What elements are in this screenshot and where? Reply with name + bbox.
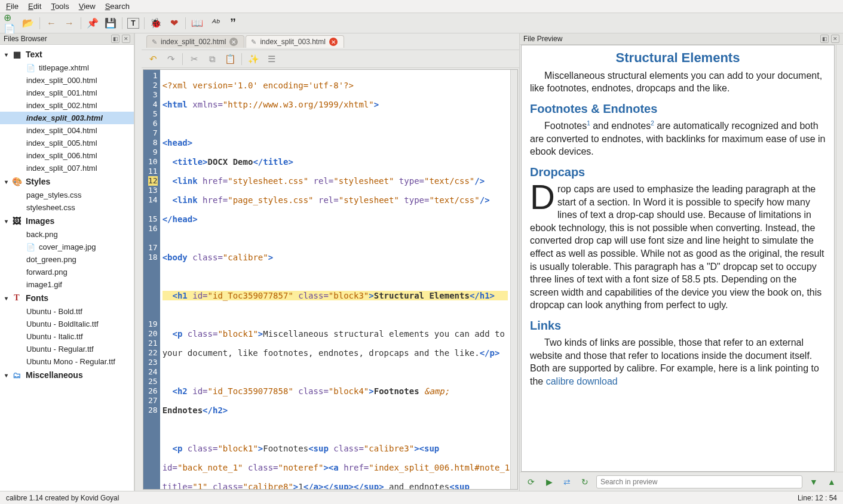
file-icon: 📄 [26, 243, 35, 251]
undo-icon[interactable]: ↶ [146, 53, 160, 66]
preview-h2: Dropcaps [530, 164, 826, 180]
category-misc[interactable]: ▾🗂Miscellaneous [0, 368, 134, 382]
files-browser-panel: Files Browser ◧ ✕ ▾▦Text 📄titlepage.xhtm… [0, 33, 134, 491]
sidebar-scrollbar[interactable] [134, 33, 142, 491]
file-item[interactable]: dot_green.png [0, 253, 134, 266]
statusbar: calibre 1.14 created by Kovid Goyal Line… [0, 491, 843, 504]
pin-icon[interactable]: 📌 [86, 17, 99, 30]
main-toolbar: ⊕📄 📂 ← → 📌 💾 T 🐞 ❤ 📖 ᴬᵇ ” [0, 13, 843, 33]
line-gutter: 1234567891011121314 1516 1718 1920212223… [143, 70, 160, 489]
new-file-icon[interactable]: ⊕📄 [4, 17, 17, 30]
copy-icon[interactable]: ⧉ [206, 53, 219, 66]
reload-icon[interactable]: ↻ [578, 475, 591, 488]
preview-toolbar: ⟳ ▶ ⇄ ↻ ▼ ▲ [520, 472, 843, 491]
panel-close-icon[interactable]: ✕ [122, 35, 130, 43]
heart-icon[interactable]: ❤ [167, 17, 180, 30]
panel-undock-icon[interactable]: ◧ [820, 35, 829, 43]
preview-content[interactable]: Structural Elements Miscellaneous struct… [521, 45, 835, 472]
file-item[interactable]: index_split_007.html [0, 162, 134, 174]
tab-close-icon[interactable]: ✕ [329, 38, 338, 46]
category-images[interactable]: ▾🖼Images [0, 214, 134, 228]
edit-icon: ✎ [152, 38, 157, 46]
editor-scrollbar[interactable] [510, 70, 517, 489]
code-editor[interactable]: 1234567891011121314 1516 1718 1920212223… [143, 69, 518, 490]
open-book-icon[interactable]: 📂 [22, 17, 35, 30]
menu-file[interactable]: File [6, 2, 19, 11]
category-styles[interactable]: ▾🎨Styles [0, 174, 134, 189]
save-icon[interactable]: 💾 [104, 17, 117, 30]
file-item[interactable]: index_split_002.html [0, 99, 134, 112]
file-item[interactable]: Ubuntu - Regular.ttf [0, 343, 134, 355]
preview-h2: Links [530, 318, 826, 334]
spellcheck-icon[interactable]: ᴬᵇ [209, 17, 222, 30]
refresh-icon[interactable]: ⟳ [525, 475, 538, 488]
file-item[interactable]: Ubuntu - Bold.ttf [0, 305, 134, 318]
file-tree[interactable]: ▾▦Text 📄titlepage.xhtml index_split_000.… [0, 45, 134, 491]
menu-view[interactable]: View [79, 2, 96, 11]
book-icon[interactable]: 📖 [191, 17, 204, 30]
status-right: Line: 12 : 54 [798, 494, 837, 502]
preview-paragraph: Drop caps are used to emphasize the lead… [530, 183, 826, 312]
forward-icon[interactable]: → [63, 17, 76, 30]
menu-tools[interactable]: Tools [51, 2, 69, 11]
preview-link[interactable]: calibre download [546, 376, 618, 386]
tab-inactive[interactable]: ✎ index_split_002.html ✕ [146, 35, 244, 48]
file-item[interactable]: stylesheet.css [0, 201, 134, 214]
panel-title-text: File Preview [523, 35, 562, 43]
separator [182, 53, 183, 65]
quote-icon[interactable]: ” [226, 17, 240, 30]
sync-icon[interactable]: ⇄ [560, 475, 574, 488]
smart-icon[interactable]: ✨ [247, 53, 260, 66]
file-item-selected[interactable]: index_split_003.html [0, 112, 134, 124]
dropcap: D [530, 183, 557, 211]
search-next-icon[interactable]: ▼ [807, 475, 820, 488]
toc-icon[interactable]: T [127, 18, 139, 29]
bug-icon[interactable]: 🐞 [149, 17, 163, 30]
search-prev-icon[interactable]: ▲ [825, 475, 838, 488]
file-item[interactable]: Ubuntu - BoldItalic.ttf [0, 318, 134, 330]
code-content[interactable]: <?xml version='1.0' encoding='utf-8'?> <… [160, 70, 510, 489]
play-icon[interactable]: ▶ [542, 475, 556, 488]
back-icon[interactable]: ← [45, 17, 58, 30]
file-item[interactable]: Ubuntu - Italic.ttf [0, 330, 134, 343]
category-fonts[interactable]: ▾TFonts [0, 291, 134, 305]
file-item[interactable]: 📄cover_image.jpg [0, 241, 134, 253]
file-item[interactable]: index_split_000.html [0, 74, 134, 87]
file-item[interactable]: back.png [0, 228, 134, 241]
panel-title-text: Files Browser [4, 35, 47, 43]
preview-panel: File Preview ◧ ✕ Structural Elements Mis… [519, 33, 843, 491]
preview-h1: Structural Elements [530, 49, 826, 67]
panel-undock-icon[interactable]: ◧ [111, 35, 119, 43]
editor-toolbar: ↶ ↷ ✂ ⧉ 📋 ✨ ☰ [142, 50, 519, 68]
preview-paragraph: Two kinds of links are possible, those t… [530, 336, 826, 388]
file-item[interactable]: image1.gif [0, 278, 134, 291]
file-item[interactable]: index_split_006.html [0, 149, 134, 162]
preview-scrollbar[interactable] [836, 45, 843, 472]
edit-icon: ✎ [251, 38, 256, 46]
file-item[interactable]: index_split_004.html [0, 124, 134, 137]
files-browser-title: Files Browser ◧ ✕ [0, 33, 134, 45]
preview-paragraph: Footnotes1 and endnotes2 are automatical… [530, 119, 826, 158]
tab-close-icon[interactable]: ✕ [229, 38, 238, 46]
redo-icon[interactable]: ↷ [164, 53, 177, 66]
file-item[interactable]: index_split_001.html [0, 87, 134, 99]
menu-search[interactable]: Search [105, 2, 130, 11]
search-input[interactable] [596, 475, 802, 488]
tab-active[interactable]: ✎ index_split_003.html ✕ [246, 35, 344, 48]
menu-edit[interactable]: Edit [28, 2, 41, 11]
status-left: calibre 1.14 created by Kovid Goyal [6, 494, 119, 502]
file-item[interactable]: 📄titlepage.xhtml [0, 62, 134, 74]
file-item[interactable]: Ubuntu Mono - Regular.ttf [0, 355, 134, 368]
cut-icon[interactable]: ✂ [188, 53, 201, 66]
file-item[interactable]: index_split_005.html [0, 137, 134, 149]
format-icon[interactable]: ☰ [265, 53, 278, 66]
preview-h2: Footnotes & Endnotes [530, 101, 826, 117]
images-category-icon: 🖼 [11, 217, 22, 225]
file-item[interactable]: forward.png [0, 266, 134, 278]
paste-icon[interactable]: 📋 [223, 53, 237, 66]
editor-area: ✎ index_split_002.html ✕ ✎ index_split_0… [142, 33, 519, 491]
preview-paragraph: Miscellaneous structural elements you ca… [530, 69, 826, 95]
category-text[interactable]: ▾▦Text [0, 47, 134, 62]
file-item[interactable]: page_styles.css [0, 189, 134, 201]
panel-close-icon[interactable]: ✕ [831, 35, 839, 43]
